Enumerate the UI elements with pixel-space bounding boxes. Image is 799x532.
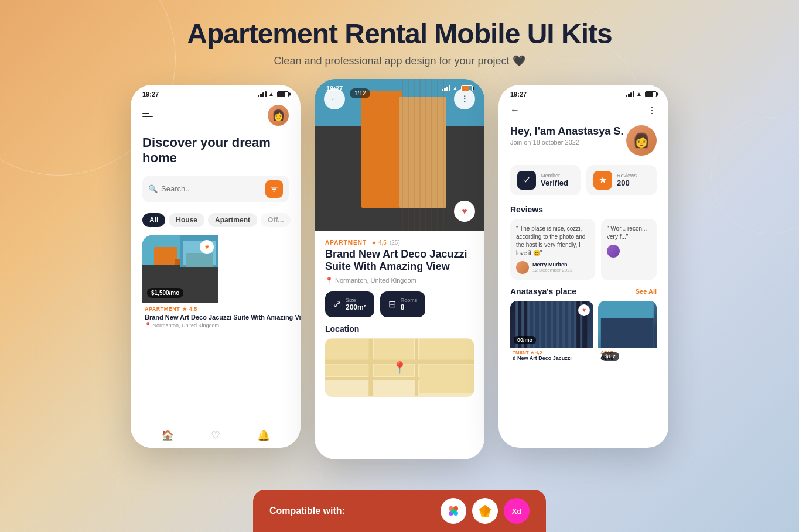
rooms-info: Rooms 8 [401,297,418,311]
compat-label: Compatible with: [269,506,345,516]
battery-icon-left [277,91,289,97]
svg-point-58 [451,509,456,513]
phones-container: 19:27 ▲ 👩 Discover your dream home [0,85,799,459]
reviewer-date-1: 12 December 2021 [532,267,572,273]
svg-rect-37 [419,365,474,393]
tab-apartment[interactable]: Apartment [208,213,257,227]
status-icons-right: ▲ [626,91,657,97]
review-text-1: " The place is nice, cozzi, according to… [516,225,589,258]
prop-location-1: 📍 Normanton, United Kingdom [145,322,301,328]
place-price-1: 00/mo [514,336,536,344]
wifi-icon-left: ▲ [268,91,274,97]
stat-member-label: Member [541,173,568,179]
tab-house[interactable]: House [169,213,204,227]
menu-icon[interactable] [142,113,153,117]
phone-left: 19:27 ▲ 👩 Discover your dream home [131,85,301,448]
nav-bell-icon[interactable]: 🔔 [257,429,270,442]
top-nav-left: 👩 [131,100,301,128]
more-icon-right[interactable]: ⋮ [647,105,657,116]
star-rating-1: ★ 4,5 [182,306,197,312]
back-icon-right[interactable]: ← [510,105,520,115]
avatar[interactable]: 👩 [268,105,289,126]
see-all-button[interactable]: See All [636,288,657,295]
rooms-card: ⊟ Rooms 8 [380,291,426,317]
search-input[interactable] [161,184,262,193]
reviews-star-icon: ★ [593,171,612,190]
wifi-icon-center: ▲ [452,85,458,91]
location-label: Location [325,324,474,334]
profile-avatar: 👩 [626,125,657,156]
status-bar-center: 19:27 ▲ [315,79,484,94]
stat-member-value: Verified [541,179,568,187]
center-content: APARTMENT ★ 4,5 (25) Brand New Art Deco … [315,231,484,405]
stat-reviews-label: Reviews [617,173,637,179]
stats-row: ✓ Member Verified ★ Reviews 200 [498,160,668,200]
status-bar-left: 19:27 ▲ [131,85,301,100]
filter-tabs: All House Apartment Off... [131,208,301,232]
rooms-label: Rooms [401,297,418,303]
profile-section: Hey, I'am Anastasya S. Join on 18 octobe… [498,121,668,160]
svg-rect-32 [325,339,368,359]
reviewer-row-1: Merry Murlten 12 December 2021 [516,261,589,274]
property-card-1[interactable]: $1,500/mo ♥ APARTMENT ★ 4,5 Brand New Ar… [142,235,301,332]
search-bar: 🔍 [142,176,289,202]
place-card-2[interactable]: $1,2 APAR Olive [598,301,657,364]
hero-image: ← 1/12 ⋮ ♥ [315,79,484,231]
svg-rect-34 [325,365,368,376]
status-icons-center: ▲ [442,85,473,91]
location-section: Location [325,324,474,397]
favorite-btn-1[interactable]: ♥ [200,240,214,254]
size-value: 200m² [346,303,366,311]
card-info-1: APARTMENT ★ 4,5 Brand New Art Deco Jacuz… [142,303,301,332]
property-cards-row: $1,500/mo ♥ APARTMENT ★ 4,5 Brand New Ar… [131,232,301,335]
xd-icon: Xd [504,498,530,524]
reviews-section: Reviews " The place is nice, cozzi, acco… [498,200,668,282]
stat-reviews-info: Reviews 200 [617,173,637,187]
prop-name-1: Brand New Art Deco Jacuzzi Suite With Am… [145,313,301,321]
reviewer-avatar-1 [516,261,529,274]
size-card: ⤢ Size 200m² [325,291,374,317]
rooms-icon: ⊟ [388,298,396,310]
status-icons-left: ▲ [258,91,289,97]
svg-rect-53 [601,318,654,348]
figma-icon [441,498,466,524]
map-placeholder: 📍 [325,338,474,397]
reviewer-avatar-2 [607,245,620,258]
time-center: 19:27 [326,85,343,92]
nav-heart-icon[interactable]: ♡ [211,429,220,442]
profile-join: Join on 18 october 2022 [510,139,623,146]
size-info: Size 200m² [346,297,366,311]
svg-rect-9 [186,253,213,267]
stat-reviews-value: 200 [617,179,637,187]
status-bar-right: 19:27 ▲ [498,85,668,100]
place-type-row-1: TMENT ★ 4,5 [513,350,591,355]
stat-card-member: ✓ Member Verified [510,165,581,195]
search-icon: 🔍 [148,184,158,193]
rating-count: (25) [390,239,400,246]
time-right: 19:27 [510,91,527,98]
reviewer-info-1: Merry Murlten 12 December 2021 [532,262,572,273]
tab-all[interactable]: All [142,213,165,227]
tab-office[interactable]: Off... [261,213,291,227]
svg-rect-0 [271,187,278,188]
filter-button[interactable] [265,180,283,198]
section-title: Anatasya's place [510,287,576,296]
favorite-float-btn[interactable]: ♥ [454,201,475,222]
stat-card-reviews: ★ Reviews 200 [586,165,657,195]
place-card-1[interactable]: 00/mo ♥ TMENT ★ 4,5 d New Art Deco Jacuz… [510,301,593,364]
center-prop-type: APARTMENT [325,239,367,246]
place-info-1: TMENT ★ 4,5 d New Art Deco Jacuzzi [510,348,593,364]
stat-member-info: Member Verified [541,173,568,187]
reviewer-name-1: Merry Murlten [532,262,572,267]
place-card-img-2: $1,2 [598,301,657,348]
nav-home-icon[interactable]: 🏠 [161,429,174,442]
profile-name: Hey, I'am Anastasya S. [510,125,623,138]
right-nav: ← ⋮ [498,100,668,121]
compat-icons: Xd [441,498,530,524]
price-tag-1: $1,500/mo [147,288,183,298]
center-location: 📍 Normanton, United Kingdom [325,277,474,284]
svg-rect-1 [272,188,276,190]
svg-rect-2 [273,191,275,192]
rooms-value: 8 [401,303,418,311]
prop-type-1: APARTMENT ★ 4,5 [145,306,301,312]
